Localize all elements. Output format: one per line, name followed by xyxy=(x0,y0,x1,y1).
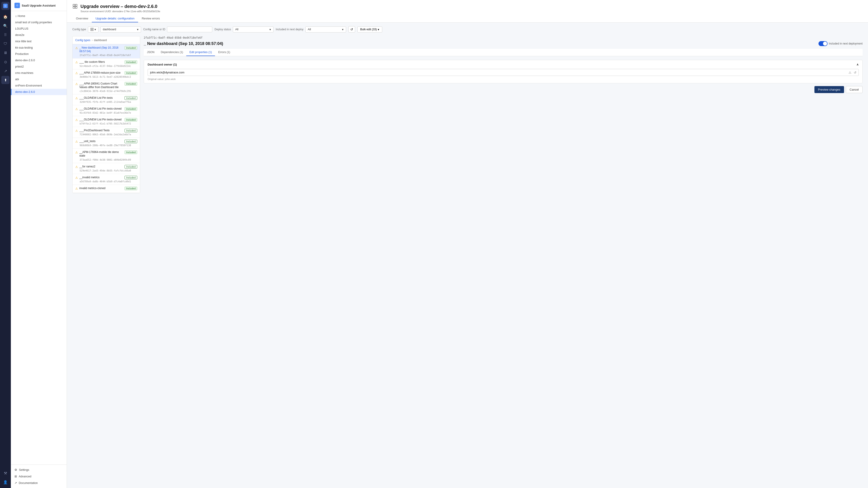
main-content: Upgrade overview – demo-dev-2.6.0 Source… xyxy=(67,0,868,488)
list-item[interactable]: ⚠ ___APM-180041 Custom Chart Values diff… xyxy=(72,80,140,94)
sidebar-item-onprem[interactable]: onPrem-Environment xyxy=(11,83,67,89)
breadcrumb-separator: › xyxy=(92,39,93,42)
sidebar-item-small-test[interactable]: small test of config properties xyxy=(11,19,67,26)
warn-icon: ⚠ xyxy=(75,96,78,100)
included-next-label: Included in next deploy xyxy=(276,28,304,31)
two-panel: Config types › dashboard ⚠ _ New dashboa… xyxy=(72,36,863,193)
config-item-badge: Included xyxy=(125,140,137,143)
sidebar-item-production[interactable]: Production xyxy=(11,51,67,57)
tab-errors[interactable]: Errors (1) xyxy=(215,49,233,56)
database-nav-icon[interactable]: ⊙ xyxy=(1,58,9,66)
tab-dependencies[interactable]: Dependencies (1) xyxy=(158,49,186,56)
list-item[interactable]: ⚠ ___APM-178569-reduce-json-size Include… xyxy=(72,69,140,80)
list-item[interactable]: ⚠ invalid metrics-cloned Included xyxy=(72,185,140,193)
sidebar-item-home[interactable]: ⌂ Home xyxy=(11,13,67,19)
warning-action-btn[interactable]: ⚠ xyxy=(848,70,852,75)
sidebar-item-prtest2[interactable]: prtest2 xyxy=(11,64,67,70)
config-name-input[interactable] xyxy=(167,26,212,32)
tab-upgrade-details[interactable]: Upgrade details: configuration xyxy=(92,15,138,22)
config-item-name: ___Pin2Dashboard Tests xyxy=(79,129,123,132)
config-type-icon-btn[interactable]: ▾ xyxy=(88,26,98,33)
config-item-id: 3204f935-f5fb-41ff-b405-2114a9aeffba xyxy=(80,101,137,103)
inclusion-toggle[interactable] xyxy=(818,41,828,46)
deploy-status-chevron: ▾ xyxy=(270,28,271,31)
cancel-button[interactable]: Cancel xyxy=(846,86,863,93)
toggle-label: Included in next deployment xyxy=(829,42,863,45)
config-item-id: 968d08b9-280b-40fe-be88-29e7f850f138 xyxy=(80,144,137,147)
list-item[interactable]: ⚠ __APM-176964-mobile tile demo state In… xyxy=(72,149,140,163)
advanced-label: Advanced xyxy=(19,475,31,478)
included-next-chevron: ▾ xyxy=(342,28,344,31)
logo-icon[interactable]: D xyxy=(1,2,9,10)
sidebar-item-demo-top[interactable]: demo-dev-2.6.0 xyxy=(11,57,67,64)
toolbar: Config type ▾ dashboard ▾ Config name xyxy=(72,26,863,33)
sidebar-item-deve2e[interactable]: deve2e xyxy=(11,32,67,38)
svg-rect-10 xyxy=(91,30,92,31)
warn-icon: ⚠ xyxy=(75,71,78,75)
warn-icon: ⚠ xyxy=(75,46,78,50)
refresh-action-btn[interactable]: ↺ xyxy=(853,70,857,75)
config-item-name: _ New dashboard (Sep 10, 2018 08:57:04) xyxy=(79,46,123,53)
apps-nav-icon[interactable]: ⠿ xyxy=(1,31,9,39)
properties-section-header[interactable]: Dashboard owner (1) ∧ xyxy=(148,63,859,66)
toggle-switch[interactable]: Included in next deployment xyxy=(818,41,863,46)
config-type-select[interactable]: dashboard ▾ xyxy=(100,26,141,33)
tab-overview[interactable]: Overview xyxy=(72,15,92,22)
included-next-select[interactable]: All ▾ xyxy=(305,26,346,33)
list-item[interactable]: ⚠ ___Pin2Dashboard Tests Included 719400… xyxy=(72,127,140,138)
owner-input[interactable] xyxy=(148,69,859,76)
config-type-chevron: ▾ xyxy=(94,28,96,31)
config-item-badge: Included xyxy=(125,151,137,154)
monitor-nav-icon[interactable]: 🖥 xyxy=(1,49,9,57)
config-item-name: invalid metrics-cloned xyxy=(79,187,123,190)
user-nav-icon[interactable]: 👤 xyxy=(1,478,9,486)
shield-nav-icon[interactable]: 🛡 xyxy=(1,40,9,48)
bulk-edit-button[interactable]: Bulk edit (33) ▾ xyxy=(358,26,382,33)
list-item[interactable]: ⚠ ___OLD/NEW List Pin tests-cloned Inclu… xyxy=(72,116,140,127)
app-title: SaaS Upgrade Assistant xyxy=(22,4,56,7)
workflow-nav-icon[interactable]: ↗ xyxy=(1,67,9,75)
config-item-name: ___ tile custom filters xyxy=(79,60,123,64)
list-item[interactable]: ⚠ ___unit_tests Included 968d08b9-280b-4… xyxy=(72,138,140,149)
detail-title: _ New dashboard (Sep 10, 2018 08:57:04) xyxy=(144,41,816,46)
preview-changes-button[interactable]: Preview changes xyxy=(814,86,844,93)
deploy-status-select[interactable]: All ▾ xyxy=(233,26,274,33)
sidebar-nav: ⌂ Home small test of config properties L… xyxy=(11,11,67,464)
sidebar-item-documentation[interactable]: ↗ Documentation xyxy=(11,480,67,486)
list-item[interactable]: ⚠ ___ tile custom filters Included 52c4b… xyxy=(72,59,140,69)
tab-json[interactable]: JSON xyxy=(144,49,158,56)
config-item-name: ___OLD/NEW List Pin tests-cloned xyxy=(79,107,123,111)
sidebar-item-nice-little[interactable]: nice little test xyxy=(11,38,67,44)
warn-icon: ⚠ xyxy=(75,107,78,111)
tools-nav-icon[interactable]: ⚒ xyxy=(1,469,9,477)
config-type-value: dashboard xyxy=(103,28,116,31)
breadcrumb: Config types › dashboard xyxy=(72,36,140,44)
config-list-panel: Config types › dashboard ⚠ _ New dashboa… xyxy=(72,36,140,193)
config-item-id: 373aa652-f00d-4d38-9801-d84b02849c89 xyxy=(80,158,137,161)
list-item[interactable]: ⚠ ___OLD/NEW List Pin tests-cloned Inclu… xyxy=(72,105,140,116)
deploy-nav-icon[interactable]: ⬆ xyxy=(1,76,9,84)
config-item-badge: Included xyxy=(125,176,137,180)
tab-review-errors[interactable]: Review errors xyxy=(138,15,163,22)
breadcrumb-current: dashboard xyxy=(94,39,107,42)
detail-title-row: _ New dashboard (Sep 10, 2018 08:57:04) … xyxy=(144,41,863,46)
sidebar-item-lguplus[interactable]: LGUPLUS xyxy=(11,26,67,32)
config-name-label: Config name or ID xyxy=(143,28,165,31)
home-nav-icon[interactable]: 🏠 xyxy=(1,13,9,21)
list-item[interactable]: ⚠ ___OLD/NEW List Pin tests Included 320… xyxy=(72,94,140,105)
list-item[interactable]: ⚠ __invalid metrics Included a56789a9-da… xyxy=(72,174,140,185)
list-item[interactable]: ⚠ __for ramez2 Included 529e4617-2ad3-49… xyxy=(72,163,140,174)
search-nav-icon[interactable]: 🔍 xyxy=(1,22,9,30)
tab-edit-properties[interactable]: Edit properties (1) xyxy=(186,49,215,56)
sidebar-item-settings[interactable]: ⚙ Settings xyxy=(11,466,67,473)
sidebar-item-abi[interactable]: abi xyxy=(11,76,67,83)
list-item[interactable]: ⚠ _ New dashboard (Sep 10, 2018 08:57:04… xyxy=(72,44,140,59)
sidebar-item-demo-active[interactable]: demo-dev-2.6.0 xyxy=(11,89,67,95)
sidebar-item-cmc[interactable]: cmc-machines xyxy=(11,70,67,76)
refresh-button[interactable]: ↺ xyxy=(348,26,355,33)
sidebar-item-advanced[interactable]: ⊞ Advanced xyxy=(11,473,67,480)
config-item-id: 91c93fb9-83d2-481e-be0f-81a6fee36b7e xyxy=(80,111,137,114)
sidebar-item-kk-sua[interactable]: kk-sua-testing xyxy=(11,44,67,51)
warn-icon: ⚠ xyxy=(75,129,78,132)
breadcrumb-config-types[interactable]: Config types xyxy=(75,39,90,42)
